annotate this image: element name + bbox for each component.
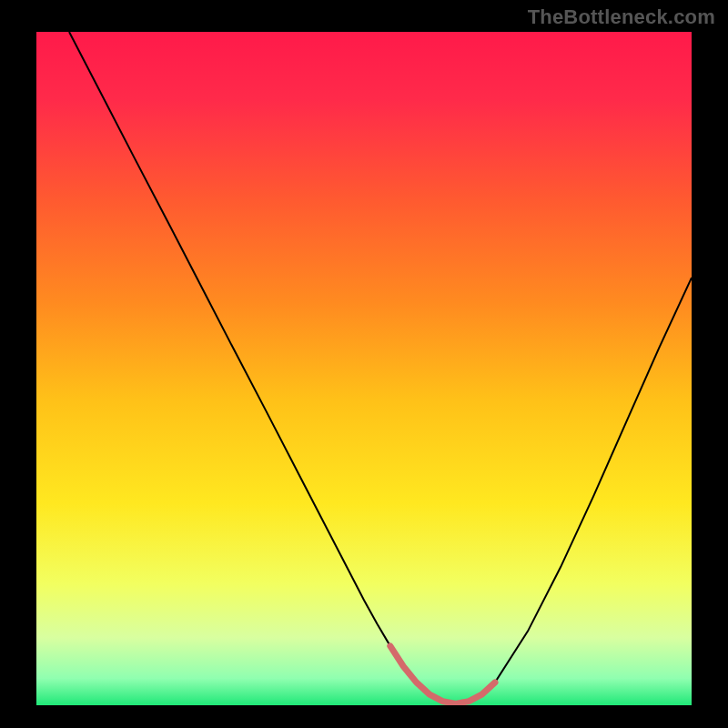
chart-stage: TheBottleneck.com (0, 0, 728, 728)
watermark-text: TheBottleneck.com (528, 5, 715, 29)
bottleneck-chart (0, 0, 728, 728)
gradient-background (36, 32, 692, 705)
